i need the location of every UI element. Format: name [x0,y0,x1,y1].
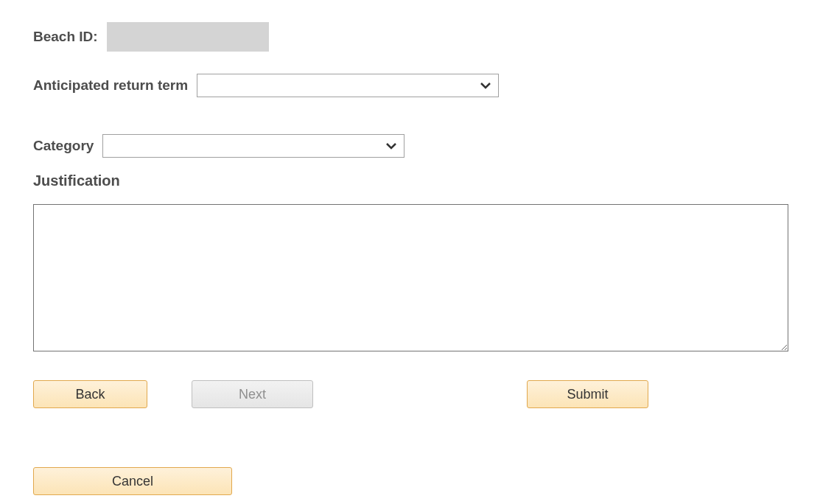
button-row-2: Cancel [33,438,804,495]
anticipated-return-label: Anticipated return term [33,77,188,94]
category-label: Category [33,138,94,154]
justification-label: Justification [33,172,804,189]
beach-id-label: Beach ID: [33,29,98,45]
anticipated-return-select[interactable] [197,74,499,97]
anticipated-return-row: Anticipated return term [33,74,804,97]
button-row-1: Back Next Submit [33,380,804,408]
justification-textarea[interactable] [33,204,788,351]
beach-id-row: Beach ID: [33,22,804,52]
back-button[interactable]: Back [33,380,147,408]
next-button[interactable]: Next [192,380,313,408]
beach-id-field [107,22,269,52]
anticipated-return-select-wrapper [197,74,499,97]
submit-button[interactable]: Submit [527,380,648,408]
cancel-button[interactable]: Cancel [33,467,232,495]
category-select-wrapper [102,134,405,158]
justification-section: Justification [33,172,804,354]
category-select[interactable] [102,134,405,158]
category-row: Category [33,134,804,158]
